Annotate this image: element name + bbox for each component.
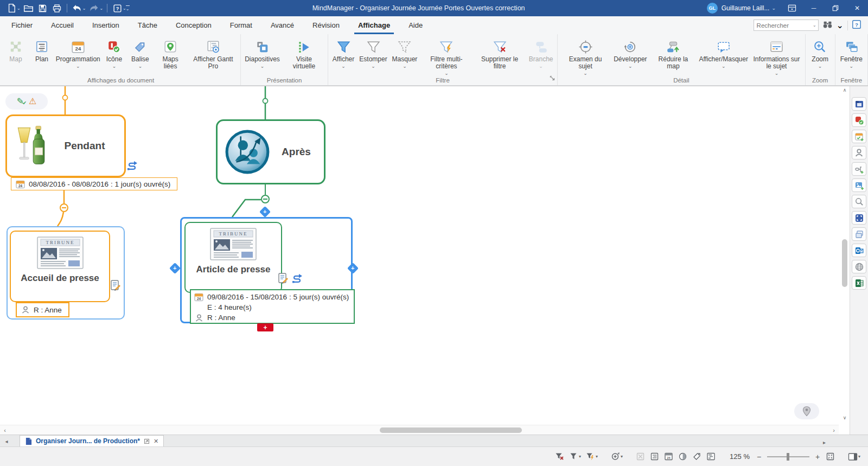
tab-accueil[interactable]: Accueil	[42, 16, 83, 34]
tab-fichier[interactable]: Fichier	[2, 16, 42, 34]
search-input[interactable]	[754, 22, 813, 29]
find-button[interactable]	[822, 20, 833, 31]
ribbon-button-examen-sujet[interactable]: Examen du sujet ⌄	[559, 36, 611, 76]
topic-label[interactable]: Article de presse	[196, 264, 270, 275]
ribbon-button-reduire-map[interactable]: Réduire la map	[649, 36, 697, 76]
tab-insertion[interactable]: Insertion	[83, 16, 129, 34]
add-topic-handle-top[interactable]: +	[259, 206, 271, 218]
topic-article-container[interactable]: Article de presse 09/08/2016 - 15/08/201…	[180, 217, 353, 323]
ribbon-button-balise[interactable]: Balise ⌄	[127, 36, 153, 76]
scroll-up-arrow[interactable]: ∧	[840, 87, 849, 96]
scroll-right-arrow[interactable]: ›	[829, 426, 838, 435]
resources-pane-tab[interactable]	[852, 146, 866, 159]
close-tab-icon[interactable]: ✕	[154, 438, 158, 445]
remove-filter-button[interactable]	[555, 452, 564, 461]
horizontal-scroll-thumb[interactable]	[380, 427, 522, 433]
topic-label[interactable]: Pendant	[48, 140, 121, 152]
icons-view-button[interactable]	[678, 452, 687, 461]
topic-label[interactable]: Après	[271, 146, 322, 158]
tab-avance[interactable]: Avancé	[261, 16, 303, 34]
outlook-pane-tab[interactable]	[852, 244, 866, 257]
topic-article[interactable]: Article de presse	[184, 222, 282, 293]
ribbon-button-programmation[interactable]: 24 Programmation ⌄	[55, 36, 101, 76]
focus-pane-tab[interactable]	[852, 211, 866, 225]
ribbon-button-estomper[interactable]: Estomper ⌄	[357, 36, 390, 76]
minimize-button[interactable]: ─	[803, 0, 825, 16]
tab-conception[interactable]: Conception	[167, 16, 221, 34]
edit-pen-icon[interactable]: ✎✔	[17, 97, 24, 106]
web-pane-tab[interactable]	[852, 260, 866, 273]
topic-label[interactable]: Accueil de presse	[21, 273, 99, 284]
ribbon-button-afficher[interactable]: Afficher ⌄	[330, 36, 357, 76]
topic-accueil[interactable]: Accueil de presse	[10, 231, 110, 302]
library-pane-tab[interactable]	[852, 97, 866, 111]
vertical-scroll-thumb[interactable]	[842, 239, 847, 287]
chevron-down-icon[interactable]: ⌄	[99, 6, 103, 11]
markers-pane-tab[interactable]	[852, 113, 866, 127]
dialog-launcher-icon[interactable]	[550, 74, 556, 84]
task-info-pane-tab[interactable]	[852, 130, 866, 143]
outline-view-button[interactable]	[650, 452, 659, 461]
notes-icon[interactable]	[110, 279, 122, 293]
help-button[interactable]: ?	[852, 20, 861, 31]
print-button[interactable]	[50, 2, 64, 15]
walkthrough-button[interactable]: ▾	[611, 452, 623, 461]
schedule-view-button[interactable]: 24	[664, 452, 673, 461]
relationship-icon[interactable]	[126, 160, 139, 174]
customize-toolbar-icon[interactable]: ⌄	[126, 5, 130, 11]
warning-icon[interactable]: ⚠	[29, 97, 36, 106]
relationship-icon[interactable]	[291, 273, 304, 287]
tags-view-button[interactable]	[692, 452, 701, 461]
ribbon-button-plan[interactable]: Plan	[29, 36, 55, 76]
scroll-down-arrow[interactable]: ∨	[840, 415, 849, 424]
chevron-down-icon[interactable]: ⌄	[837, 20, 844, 30]
zoom-in-button[interactable]: +	[814, 452, 821, 461]
ribbon-button-zoom[interactable]: Zoom ⌄	[807, 36, 833, 76]
ribbon-button-maps-liees[interactable]: Maps liées	[153, 36, 187, 76]
document-tab[interactable]: Organiser Journ... de Production* ✕	[20, 435, 164, 446]
chevron-down-icon[interactable]: ⌄	[17, 6, 21, 11]
topic-pendant[interactable]: Pendant	[5, 114, 126, 177]
filter-button[interactable]: ▾	[569, 452, 581, 461]
collapse-handle[interactable]	[261, 195, 270, 203]
collapse-handle[interactable]	[60, 203, 68, 212]
user-name[interactable]: Guillaume Laill...	[722, 4, 770, 12]
tab-aide[interactable]: Aide	[399, 16, 432, 34]
ribbon-button-visite-virtuelle[interactable]: Visite virtuelle	[282, 36, 326, 76]
ribbon-button-gantt-pro[interactable]: Afficher Gantt Pro	[188, 36, 239, 76]
ribbon-button-developper[interactable]: Développer ⌄	[611, 36, 649, 76]
topic-article-info[interactable]: 09/08/2016 - 15/08/2016 : 5 jour(s) ouvr…	[190, 289, 355, 324]
zoom-level[interactable]: 125 %	[730, 452, 750, 461]
open-file-button[interactable]	[22, 2, 36, 15]
power-filter-button[interactable]: ▾	[586, 452, 598, 461]
panels-button[interactable]: ▾	[848, 452, 860, 461]
tab-scroll-left[interactable]: ◂	[0, 436, 13, 446]
topic-apres[interactable]: Après	[216, 119, 326, 184]
center-map-button[interactable]	[794, 403, 819, 419]
map-view-button[interactable]	[636, 452, 645, 461]
ribbon-button-fenetre[interactable]: Fenêtre ⌄	[837, 36, 866, 76]
snippets-pane-tab[interactable]	[852, 227, 866, 241]
ribbon-button-icone[interactable]: Icône ⌄	[101, 36, 127, 76]
chevron-down-icon[interactable]: ⌄	[813, 23, 816, 28]
topic-pendant-date[interactable]: 08/08/2016 - 08/08/2016 : 1 jour(s) ouvr…	[11, 177, 177, 190]
restore-button[interactable]	[825, 0, 846, 16]
tab-revision[interactable]: Révision	[303, 16, 349, 34]
zoom-slider[interactable]	[767, 452, 809, 461]
zoom-out-button[interactable]: −	[756, 452, 762, 461]
ribbon-button-masquer[interactable]: Masquer ⌄	[390, 36, 420, 76]
images-pane-tab[interactable]	[852, 178, 866, 192]
topic-accueil-resource[interactable]: R : Anne	[16, 302, 69, 317]
map-canvas[interactable]: ✎✔ ⚠ Pen	[0, 86, 850, 435]
close-button[interactable]: ✕	[846, 0, 868, 16]
tab-scroll-right[interactable]: ▸	[823, 439, 826, 445]
topic-accueil-container[interactable]: Accueil de presse R : Anne	[7, 226, 125, 320]
zoom-slider-thumb[interactable]	[787, 453, 789, 461]
user-avatar[interactable]: GL	[707, 3, 718, 14]
chevron-down-icon[interactable]: ⌄	[771, 5, 776, 11]
search-pane-tab[interactable]	[852, 195, 866, 208]
horizontal-scrollbar[interactable]: ‹ ›	[0, 425, 839, 435]
ribbon-button-diapositives[interactable]: Diapositives ⌄	[242, 36, 282, 76]
notes-icon[interactable]	[277, 272, 289, 286]
ribbon-button-filtre-multicriteres[interactable]: Filtre multi-critères ⌄	[420, 36, 473, 76]
